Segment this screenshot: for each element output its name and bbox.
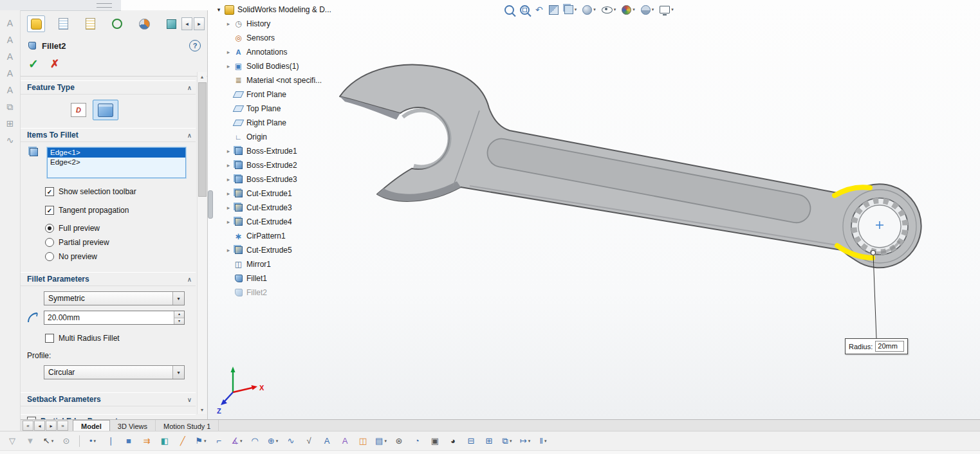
tree-item-fillet2[interactable]: Fillet2 (214, 286, 331, 300)
magnified-selection-button[interactable]: ⊙ (58, 433, 75, 449)
propertymanager-tab[interactable] (27, 15, 45, 32)
feature-type-filletxpert-button[interactable] (93, 100, 118, 120)
three-point-arc-button[interactable]: ◠ (246, 433, 263, 449)
linear-sketch-pattern-button[interactable]: ▤▾ (373, 433, 389, 449)
centerline-button[interactable]: ∣ (102, 433, 119, 449)
displaymanager-tab[interactable] (135, 15, 153, 32)
toolbar-dock-handle[interactable] (0, 0, 121, 11)
previous-view-button[interactable]: ↶ (534, 3, 544, 17)
tab-3d-views[interactable]: 3D Views (110, 420, 156, 431)
dropdown-arrow-icon[interactable]: ▾ (528, 439, 531, 444)
dropdown-arrow-icon[interactable]: ▾ (240, 439, 243, 444)
cancel-button[interactable] (50, 57, 59, 71)
dropdown-arrow-icon[interactable]: ▾ (652, 7, 654, 12)
expand-arrow-icon[interactable]: ▸ (224, 49, 233, 55)
tree-item-sensors[interactable]: Sensors (214, 31, 331, 45)
dropdown-arrow-icon[interactable]: ▾ (614, 7, 616, 12)
tree-item-right-plane[interactable]: Right Plane (214, 116, 331, 130)
view-orientation-button[interactable]: ▾ (563, 3, 578, 17)
tree-item-cirpattern1[interactable]: CirPattern1 (214, 229, 331, 243)
dropdown-arrow-icon[interactable]: ▾ (544, 439, 547, 444)
shaded-contours-button[interactable]: ◕ (445, 433, 461, 449)
view-settings-button[interactable]: ▾ (658, 3, 675, 17)
dome-button[interactable]: ◔ (409, 433, 425, 449)
feature-type-manual-button[interactable] (66, 100, 91, 120)
tab-scroll-first-button[interactable]: « (23, 421, 33, 431)
convert-entities-button[interactable]: ◧ (156, 433, 173, 449)
centerpoint-circle-button[interactable]: ⊕▾ (264, 433, 281, 449)
hide-show-items-button[interactable]: ▾ (600, 3, 618, 17)
selection-item-edge1[interactable]: Edge<1> (48, 148, 185, 158)
smart-dimension-button[interactable]: ∡▾ (228, 433, 245, 449)
dropdown-arrow-icon[interactable]: ▾ (51, 439, 54, 444)
dropdown-arrow-icon[interactable]: ▾ (633, 7, 635, 12)
multi-radius-fillet-checkbox[interactable]: Multi Radius Fillet (45, 333, 196, 343)
dropdown-arrow-icon[interactable]: ▾ (384, 439, 387, 444)
panel-splitter[interactable] (208, 10, 212, 419)
tab-model[interactable]: Model (73, 420, 110, 431)
hide-dimension-button[interactable]: ⊟ (463, 433, 479, 449)
panel-scrollbar[interactable]: ▴ ▾ (197, 72, 207, 414)
tree-item-origin[interactable]: Origin (214, 130, 331, 144)
tree-item-material-not-specifi[interactable]: Material <not specifi... (214, 73, 331, 87)
radius-input[interactable]: 20.00mm ▴▾ (44, 311, 185, 325)
edit-appearance-button[interactable]: ▾ (620, 3, 636, 17)
tree-item-mirror1[interactable]: Mirror1 (214, 257, 331, 271)
dropdown-arrow-icon[interactable]: ▾ (204, 439, 207, 444)
dropdown-arrow-icon[interactable]: ▾ (575, 7, 577, 12)
dropdown-arrow-icon[interactable]: ▾ (276, 439, 279, 444)
section-header-fillet-parameters[interactable]: Fillet Parameters ∧ (21, 272, 196, 286)
auto-balloon-icon[interactable]: A (2, 32, 19, 48)
dropdown-arrow-icon[interactable]: ▾ (593, 7, 596, 12)
ok-button[interactable] (28, 57, 39, 71)
tree-item-cut-extrude4[interactable]: ▸Cut-Extrude4 (214, 215, 331, 229)
panel-collapse-handle[interactable] (208, 190, 213, 219)
symmetry-dropdown[interactable]: Symmetric ▾ (44, 291, 185, 305)
expand-arrow-icon[interactable]: ▸ (224, 162, 233, 168)
help-button[interactable]: ? (189, 40, 201, 51)
section-header-feature-type[interactable]: Feature Type ∧ (21, 80, 196, 95)
display-style-button[interactable]: ▾ (581, 3, 597, 17)
tree-item-annotations[interactable]: ▸Annotations (214, 45, 331, 59)
expand-arrow-icon[interactable]: ▸ (224, 219, 233, 225)
tree-item-front-plane[interactable]: Front Plane (214, 87, 331, 102)
show-selection-toolbar-checkbox[interactable]: Show selection toolbar (45, 186, 196, 197)
cam-manager-tab[interactable] (162, 15, 180, 32)
expand-arrow-icon[interactable]: ▸ (224, 204, 233, 211)
instant2d-button[interactable]: ⧉▾ (499, 433, 515, 449)
panel-tabs-scroll-right-button[interactable]: ▸ (194, 17, 205, 30)
tree-item-cut-extrude5[interactable]: ▸Cut-Extrude5 (214, 243, 331, 257)
expand-arrow-icon[interactable]: ▸ (224, 148, 233, 154)
selection-filter-button[interactable]: ▽ (4, 433, 21, 449)
tab-scroll-last-button[interactable]: » (57, 421, 68, 431)
panel-tabs-scroll-left-button[interactable]: ◂ (181, 17, 192, 30)
note-icon[interactable]: A (2, 15, 19, 31)
spell-checker-icon[interactable]: A (2, 49, 19, 64)
tree-item-boss-extrude2[interactable]: ▸Boss-Extrude2 (214, 158, 331, 172)
show-dimension-button[interactable]: ⊞ (481, 433, 497, 449)
dropdown-arrow-icon[interactable]: ▾ (671, 7, 674, 12)
corner-rectangle-button[interactable]: ■ (120, 433, 137, 449)
copy-appearance-icon[interactable]: ⧉ (2, 99, 19, 114)
mirror-entities-button[interactable]: ◫ (355, 433, 371, 449)
sketch-chamfer-button[interactable]: ⌐ (210, 433, 227, 449)
section-header-partial-edge-parameters[interactable]: Partial Edge Parameters ∧ (21, 414, 196, 419)
unit-system-button[interactable]: ↦▾ (517, 433, 533, 449)
featuremanager-tab[interactable] (54, 15, 72, 32)
expand-arrow-icon[interactable]: ▸ (224, 190, 233, 197)
scroll-up-icon[interactable]: ▴ (198, 72, 207, 81)
filter-items-button[interactable]: ▼ (22, 433, 39, 449)
section-header-items-to-fillet[interactable]: Items To Fillet ∧ (21, 128, 196, 142)
format-painter-icon[interactable]: A (2, 66, 19, 81)
tab-scroll-prev-button[interactable]: ◂ (34, 421, 45, 431)
offset-entities-button[interactable]: ⇉ (138, 433, 155, 449)
tree-item-fillet1[interactable]: Fillet1 (214, 271, 331, 286)
profile-dropdown[interactable]: Circular ▾ (44, 365, 185, 379)
tree-item-cut-extrude3[interactable]: ▸Cut-Extrude3 (214, 201, 331, 215)
scroll-down-icon[interactable]: ▾ (198, 405, 207, 414)
dimxpertmanager-tab[interactable] (108, 15, 126, 32)
tab-motion-study-1[interactable]: Motion Study 1 (156, 420, 219, 431)
feature-tree-root[interactable]: ▾ SolidWorks Modeling & D... (214, 3, 331, 17)
radius-spinner[interactable]: ▴▾ (174, 311, 184, 324)
tree-item-top-plane[interactable]: Top Plane (214, 102, 331, 116)
